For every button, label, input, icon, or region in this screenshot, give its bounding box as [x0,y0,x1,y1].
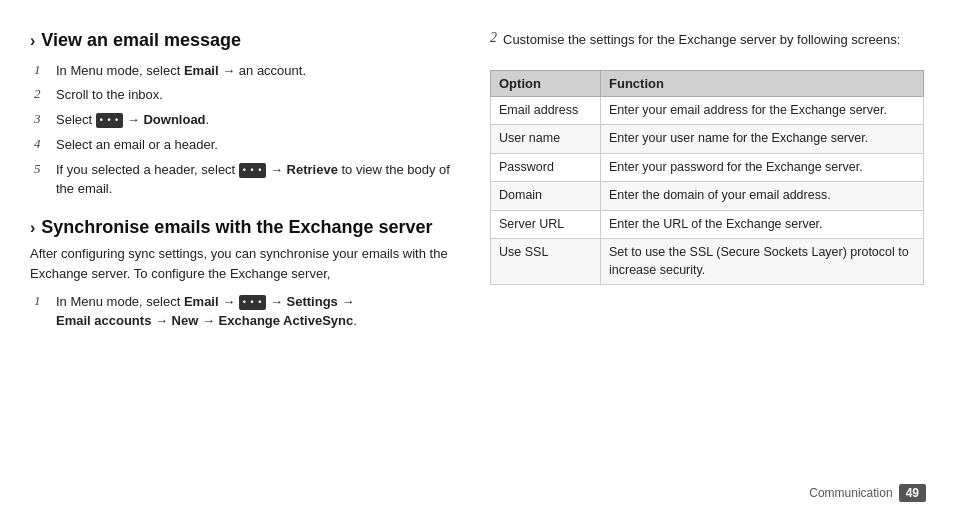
footer-label: Communication [809,486,892,500]
option-cell: Email address [491,96,601,125]
page: › View an email message 1 In Menu mode, … [0,0,954,518]
footer-page-number: 49 [899,484,926,502]
step-num-1: 1 [34,62,52,78]
settings-table: Option Function Email addressEnter your … [490,70,924,286]
table-row: Email addressEnter your email address fo… [491,96,924,125]
right-column: 2 Customise the settings for the Exchang… [490,30,924,498]
section2-description: After configuring sync settings, you can… [30,244,460,283]
footer: Communication 49 [809,484,926,502]
table-row: Server URLEnter the URL of the Exchange … [491,210,924,239]
section2-heading: › Synchronise emails with the Exchange s… [30,217,460,239]
section1-title: View an email message [41,30,241,52]
step-text-5: If you selected a header, select • • • →… [56,161,460,199]
option-cell: Password [491,153,601,182]
table-row: User nameEnter your user name for the Ex… [491,125,924,154]
option-cell: Use SSL [491,239,601,285]
function-cell: Enter your password for the Exchange ser… [601,153,924,182]
menu-icon-2: • • • [239,163,266,178]
table-row: Use SSLSet to use the SSL (Secure Socket… [491,239,924,285]
step-num-3: 3 [34,111,52,127]
step-num-4: 4 [34,136,52,152]
option-cell: User name [491,125,601,154]
function-cell: Enter the domain of your email address. [601,182,924,211]
chevron-icon-2: › [30,218,35,237]
option-cell: Server URL [491,210,601,239]
table-row: PasswordEnter your password for the Exch… [491,153,924,182]
function-cell: Enter your email address for the Exchang… [601,96,924,125]
right-step-num: 2 [490,30,497,46]
table-row: DomainEnter the domain of your email add… [491,182,924,211]
step-4: 4 Select an email or a header. [34,136,460,155]
section1-steps: 1 In Menu mode, select Email → an accoun… [34,62,460,199]
function-cell: Set to use the SSL (Secure Sockets Layer… [601,239,924,285]
left-column: › View an email message 1 In Menu mode, … [30,30,490,498]
right-step-row: 2 Customise the settings for the Exchang… [490,30,924,60]
chevron-icon: › [30,31,35,50]
right-intro-text: Customise the settings for the Exchange … [503,30,900,50]
table-header-option: Option [491,70,601,96]
step-text-3: Select • • • → Download. [56,111,209,130]
step-text-4: Select an email or a header. [56,136,218,155]
step-num-5: 5 [34,161,52,177]
step-1: 1 In Menu mode, select Email → an accoun… [34,62,460,81]
step-3: 3 Select • • • → Download. [34,111,460,130]
step-5: 5 If you selected a header, select • • •… [34,161,460,199]
function-cell: Enter the URL of the Exchange server. [601,210,924,239]
step-text-2: Scroll to the inbox. [56,86,163,105]
step-text-1: In Menu mode, select Email → an account. [56,62,306,81]
section1-heading: › View an email message [30,30,460,52]
step-s1: 1 In Menu mode, select Email → • • • → S… [34,293,460,331]
step-num-s1: 1 [34,293,52,309]
menu-icon: • • • [96,113,123,128]
table-header-function: Function [601,70,924,96]
step-2: 2 Scroll to the inbox. [34,86,460,105]
option-cell: Domain [491,182,601,211]
section2-steps: 1 In Menu mode, select Email → • • • → S… [34,293,460,331]
menu-icon-3: • • • [239,295,266,310]
section2-title: Synchronise emails with the Exchange ser… [41,217,432,239]
function-cell: Enter your user name for the Exchange se… [601,125,924,154]
step-num-2: 2 [34,86,52,102]
step-text-s1: In Menu mode, select Email → • • • → Set… [56,293,357,331]
